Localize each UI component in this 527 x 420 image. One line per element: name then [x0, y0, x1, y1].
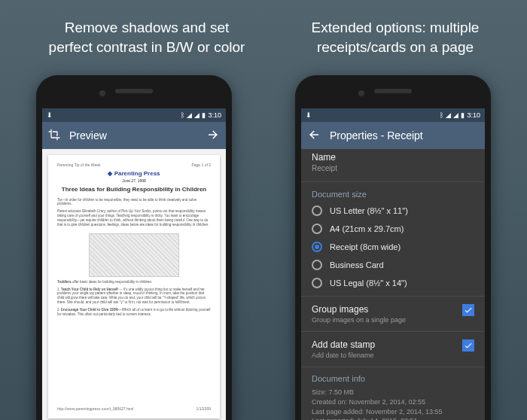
group-images-row[interactable]: Group images Group images on a single pa… [301, 296, 485, 331]
status-bar: ⬇ ᛒ ◢ ◢ ▮ 3:10 [42, 108, 226, 122]
radio-label: Business Card [330, 260, 384, 269]
download-icon: ⬇ [306, 111, 312, 119]
bluetooth-icon: ᛒ [440, 111, 443, 119]
doc-header-left: Parenting Tip of the Week [57, 163, 100, 167]
doc-title: Three Ideas for Building Responsibility … [57, 186, 211, 193]
radio-label: US Letter (8½" x 11") [330, 206, 408, 215]
battery-icon: ▮ [202, 111, 206, 119]
caption-right: Extended options: multiple receipts/card… [290, 18, 501, 56]
group-images-label: Group images [312, 304, 462, 315]
date-stamp-sub: Add date to filename [312, 352, 462, 359]
status-bar: ⬇ ᛒ ◢ ◢ ▮ 3:10 [301, 108, 485, 122]
radio-label: US Legal (8½" x 14") [330, 278, 407, 288]
docsize-label: Document size [301, 182, 485, 202]
name-label: Name [312, 152, 474, 163]
appbar-title: Properties - Receipt [330, 129, 479, 142]
radio-icon [312, 224, 322, 234]
docinfo-created: Created on: November 2, 2014, 02:55 [312, 397, 474, 407]
radio-bizcard[interactable]: Business Card [301, 256, 485, 274]
signal-icon: ◢ [187, 111, 192, 119]
radio-usletter[interactable]: US Letter (8½" x 11") [301, 202, 485, 220]
radio-icon [312, 278, 322, 288]
radio-a4[interactable]: A4 (21cm x 29.7cm) [301, 220, 485, 238]
doc-para: 2. Encourage Your Child to Give 100%—Whi… [57, 308, 211, 317]
network-icon: ◢ [453, 111, 458, 119]
clock: 3:10 [208, 111, 221, 119]
doc-footer-right: 1/1/2009 [196, 406, 211, 411]
doc-footer-left: http://www.parentingpress.com/t_980627.h… [57, 406, 133, 411]
name-field[interactable]: Name Receipt [301, 149, 485, 182]
docinfo-title: Document info [312, 373, 474, 385]
document-preview[interactable]: Parenting Tip of the Week Page 1 of 2 ◆ … [48, 155, 220, 418]
screen-properties: ⬇ ᛒ ◢ ◢ ▮ 3:10 Properties - Receipt Name… [301, 108, 485, 420]
radio-uslegal[interactable]: US Legal (8½" x 14") [301, 274, 485, 296]
app-bar-properties: Properties - Receipt [301, 122, 485, 149]
docinfo-lastpage: Last page added: November 2, 2014, 13:55 [312, 407, 474, 417]
date-stamp-row[interactable]: Add date stamp Add date to filename [301, 331, 485, 367]
doc-para: Parent educator Elizabeth Crary, author … [57, 209, 211, 227]
signal-icon: ◢ [446, 111, 451, 119]
crop-icon[interactable] [48, 129, 60, 143]
docinfo-lastexp: Last exported: July 14, 2015, 22:51 [312, 416, 474, 420]
forward-icon[interactable] [206, 128, 220, 144]
battery-icon: ▮ [461, 111, 465, 119]
appbar-title: Preview [69, 129, 206, 142]
doc-para: Toddlers offer basic ideas for building … [57, 280, 211, 285]
doc-brand: ◆ Parenting Press [57, 170, 211, 177]
radio-label: Receipt (8cm wide) [330, 242, 401, 251]
doc-date: June 27, 1998 [57, 178, 211, 183]
network-icon: ◢ [194, 111, 200, 119]
docinfo-size: Size: 7.50 MB [312, 388, 474, 397]
document-info: Document info Size: 7.50 MB Created on: … [301, 367, 485, 420]
radio-icon [312, 242, 322, 252]
download-icon: ⬇ [47, 111, 53, 119]
radio-receipt[interactable]: Receipt (8cm wide) [301, 238, 485, 256]
radio-icon [312, 205, 322, 216]
name-value: Receipt [312, 164, 474, 172]
back-icon[interactable] [307, 128, 321, 144]
doc-header-right: Page 1 of 2 [191, 163, 211, 167]
app-bar-preview: Preview [42, 122, 226, 149]
radio-label: A4 (21cm x 29.7cm) [330, 224, 404, 233]
caption-left: Remove shadows and set perfect contrast … [41, 18, 252, 56]
date-stamp-label: Add date stamp [312, 339, 462, 350]
checkbox-checked-icon[interactable] [462, 304, 474, 316]
phone-frame-left: ⬇ ᛒ ◢ ◢ ▮ 3:10 Preview Parenting Tip of … [36, 75, 232, 420]
doc-para: 1. Teach Your Child to Rely on Herself —… [57, 288, 211, 305]
checkbox-checked-icon[interactable] [462, 339, 474, 352]
clock: 3:10 [467, 111, 480, 119]
phone-frame-right: ⬇ ᛒ ◢ ◢ ▮ 3:10 Properties - Receipt Name… [295, 75, 491, 420]
radio-icon [312, 260, 322, 270]
screen-preview: ⬇ ᛒ ◢ ◢ ▮ 3:10 Preview Parenting Tip of … [42, 108, 226, 420]
bluetooth-icon: ᛒ [181, 111, 184, 119]
doc-para: Tip—In order for children to be responsi… [57, 198, 211, 207]
group-images-sub: Group images on a single page [312, 316, 462, 324]
doc-illustration [89, 233, 179, 277]
